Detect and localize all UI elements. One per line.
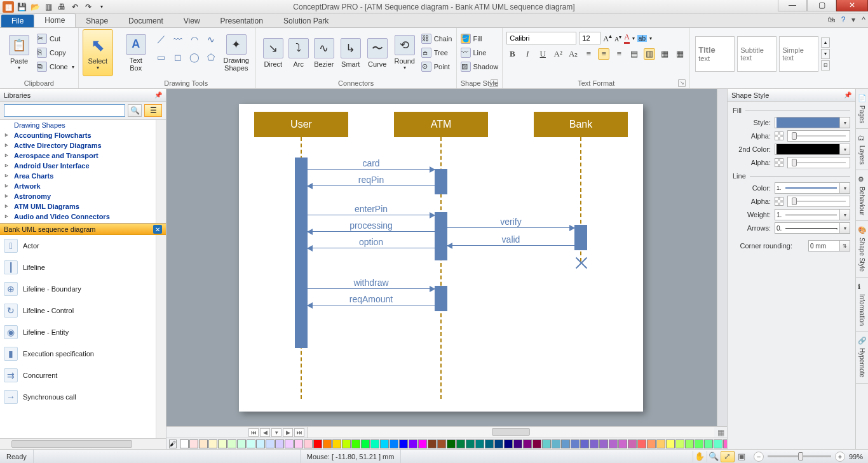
align-bottom-icon[interactable]: ▦ <box>659 48 670 60</box>
color-swatch[interactable] <box>304 440 313 448</box>
color-swatch[interactable] <box>695 440 703 448</box>
tab-prev-icon[interactable]: ◀ <box>260 428 270 437</box>
fit-page-icon[interactable]: ▣ <box>735 451 749 462</box>
color-swatch[interactable] <box>189 440 198 448</box>
arc-tool-icon[interactable]: ◠ <box>188 33 201 46</box>
chain-button[interactable]: ⛓Chain <box>421 32 452 46</box>
color-swatch[interactable] <box>637 440 646 448</box>
color-swatch[interactable] <box>399 440 408 448</box>
shape-item-sync-call[interactable]: →Synchronous call <box>0 386 166 408</box>
color-swatch[interactable] <box>532 440 541 448</box>
msg-option[interactable]: option <box>308 248 435 248</box>
text-format-launcher[interactable]: ↘ <box>678 79 686 87</box>
font-color-icon[interactable]: A <box>624 32 630 44</box>
zoom-slider[interactable] <box>768 455 831 457</box>
color-swatch[interactable] <box>628 440 637 448</box>
fit-tool-icon[interactable]: ⤢ <box>721 451 735 462</box>
color-swatch[interactable] <box>180 440 189 448</box>
direct-connector-button[interactable]: ↘Direct <box>260 29 287 76</box>
canvas-vscroll[interactable] <box>717 89 727 426</box>
decrease-font-icon[interactable]: A▾ <box>614 34 621 43</box>
color-swatch[interactable] <box>313 440 322 448</box>
color-swatch[interactable] <box>494 440 503 448</box>
maximize-button[interactable]: ▢ <box>807 0 836 11</box>
tab-view[interactable]: View <box>173 15 210 27</box>
line-color-select[interactable]: 1.▾ <box>775 182 850 194</box>
spline-tool-icon[interactable]: ∿ <box>205 33 217 46</box>
arc-connector-button[interactable]: ⤵Arc <box>287 29 311 76</box>
superscript-icon[interactable]: A² <box>552 48 564 60</box>
exec-atm-1[interactable] <box>435 169 447 194</box>
qat-dropdown-icon[interactable]: ▾ <box>96 1 107 13</box>
styles-down-icon[interactable]: ▾ <box>821 49 830 59</box>
color-swatch[interactable] <box>704 440 713 448</box>
minimize-button[interactable]: — <box>778 0 807 11</box>
close-button[interactable]: ✕ <box>836 0 868 11</box>
bold-icon[interactable]: B <box>506 48 518 60</box>
library-search-input[interactable] <box>4 104 125 117</box>
highlight-dropdown[interactable]: ▾ <box>649 36 652 41</box>
exec-atm-2[interactable] <box>435 212 447 260</box>
drawing-shapes-button[interactable]: ✦ Drawing Shapes <box>221 29 252 76</box>
line-weight-select[interactable]: 1.▾ <box>775 209 850 220</box>
color-swatch[interactable] <box>466 440 475 448</box>
color-swatch[interactable] <box>580 440 589 448</box>
color-swatch[interactable] <box>390 440 398 448</box>
fill-style-select[interactable]: ▾ <box>775 117 850 128</box>
square-tool-icon[interactable]: ◻ <box>172 51 184 64</box>
shape-item-lifeline-boundary[interactable]: ⊕Lifeline - Boundary <box>0 278 166 300</box>
color-swatch[interactable] <box>618 440 627 448</box>
color-swatch[interactable] <box>552 440 560 448</box>
qat-redo-icon[interactable]: ↷ <box>83 1 94 13</box>
shape-style-launcher[interactable]: ↘ <box>491 79 498 87</box>
msg-reqamount[interactable]: reqAmount <box>308 305 435 305</box>
cut-button[interactable]: ✂Cut <box>37 32 74 46</box>
msg-valid[interactable]: valid <box>447 245 574 246</box>
textbox-button[interactable]: A Text Box <box>121 29 151 76</box>
color-swatch[interactable] <box>237 440 246 448</box>
pin-icon[interactable]: 📌 <box>844 91 851 98</box>
lifeline-bank[interactable]: Bank <box>534 112 628 137</box>
tree-item[interactable]: ATM UML Diagrams <box>0 201 166 211</box>
color-swatch[interactable] <box>256 440 265 448</box>
color-swatch[interactable] <box>513 440 522 448</box>
canvas-hscroll-end[interactable]: ▦ <box>714 428 727 437</box>
color-swatch[interactable] <box>590 440 599 448</box>
style-subtitle[interactable]: Subtitletext <box>737 36 776 72</box>
shape-item-actor[interactable]: 𓀀Actor <box>0 235 166 257</box>
sidetab-shape-style[interactable]: 🎨Shape Style <box>856 221 868 278</box>
point-button[interactable]: ⊙Point <box>421 60 452 74</box>
tree-item[interactable]: Astronomy <box>0 191 166 201</box>
qat-undo-icon[interactable]: ↶ <box>69 1 81 13</box>
tab-presentation[interactable]: Presentation <box>210 15 273 27</box>
copy-button[interactable]: ⎘Copy <box>37 46 74 60</box>
subscript-icon[interactable]: A₂ <box>567 48 579 60</box>
round-connector-button[interactable]: ⟲Round▾ <box>391 29 419 76</box>
tree-item[interactable]: Drawing Shapes <box>0 120 166 130</box>
canvas-hscroll-bar[interactable] <box>308 427 714 438</box>
color-swatch[interactable] <box>561 440 570 448</box>
tree-item[interactable]: Aerospace and Transport <box>0 151 166 161</box>
shapes-scrollbar[interactable] <box>156 235 166 438</box>
tree-item[interactable]: Area Charts <box>0 171 166 181</box>
pin-icon[interactable]: 📌 <box>154 91 162 98</box>
color-swatch[interactable] <box>208 440 217 448</box>
canvas-hscroll-thumb[interactable] <box>492 428 530 436</box>
color-swatch[interactable] <box>523 440 532 448</box>
ellipse-tool-icon[interactable]: ◯ <box>188 51 201 64</box>
increase-font-icon[interactable]: A▴ <box>603 32 612 44</box>
hand-tool-icon[interactable]: ✋ <box>693 451 707 462</box>
color-picker-icon[interactable]: 🖌 <box>169 440 177 448</box>
library-view-toggle[interactable]: ☰ <box>144 104 162 117</box>
tree-item[interactable]: Accounting Flowcharts <box>0 130 166 140</box>
msg-card[interactable]: card <box>308 169 435 170</box>
insert-table-icon[interactable]: ▦ <box>674 48 686 60</box>
color-swatch[interactable] <box>714 440 722 448</box>
close-library-icon[interactable]: ✕ <box>153 225 162 234</box>
styles-up-icon[interactable]: ▴ <box>821 37 830 48</box>
color-swatch[interactable] <box>351 440 360 448</box>
zoom-tool-icon[interactable]: 🔍 <box>707 451 721 462</box>
active-library-header[interactable]: Bank UML sequence diagram ✕ <box>0 224 166 235</box>
align-right-icon[interactable]: ≡ <box>613 48 625 60</box>
bezier-connector-button[interactable]: ∿Bezier <box>311 29 337 76</box>
